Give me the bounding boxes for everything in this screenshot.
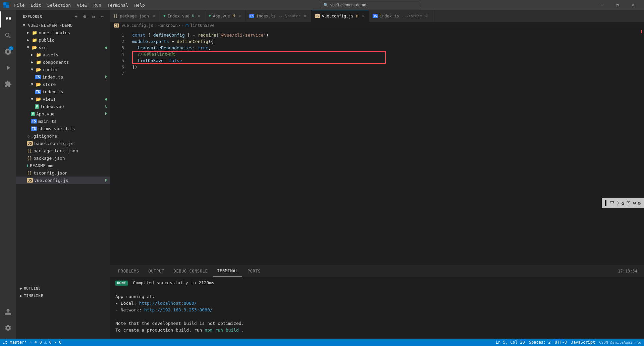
output-tab[interactable]: OUTPUT (145, 265, 168, 277)
svg-rect-0 (3, 2, 6, 5)
breadcrumb-scope[interactable]: <unknown> (158, 23, 180, 28)
store-index-label: index.ts (42, 89, 63, 94)
network-url[interactable]: http://192.168.3.253:8080/ (144, 307, 213, 312)
tab-close-button[interactable]: ✕ (360, 13, 366, 19)
node-modules-label: node_modules (39, 30, 70, 35)
new-file-button[interactable]: + (72, 13, 80, 20)
local-url[interactable]: http://localhost:8080/ (139, 301, 197, 306)
tab-close-button[interactable]: ✕ (151, 13, 156, 19)
git-branch[interactable]: ⎇ master* (3, 340, 27, 345)
indentation[interactable]: Spaces: 2 (529, 340, 551, 345)
code-editor[interactable]: 1 2 3 4 5 6 7 const { defineConfig } = r… (110, 29, 644, 265)
build-hint-pre: To create a production build, run (115, 328, 205, 333)
breadcrumb-symbol[interactable]: lintOnSave (185, 23, 214, 28)
chevron-right-icon: ▶ (27, 38, 29, 42)
sidebar-item-node-modules[interactable]: ▶ 📁 node_modules (16, 29, 110, 36)
close-button[interactable]: ✕ (625, 0, 641, 10)
sidebar-item-shims-vue[interactable]: TS shims-vue.d.ts (16, 125, 110, 132)
code-content[interactable]: const { defineConfig } = require('@vue/c… (127, 29, 639, 265)
search-activity-icon[interactable] (0, 28, 16, 44)
tab-close-button[interactable]: ✕ (237, 13, 242, 19)
sidebar-item-router[interactable]: ▼ 📂 router (16, 66, 110, 73)
npm-run-build: npm run build (205, 328, 239, 333)
panel-content[interactable]: DONE Compiled successfully in 2120ms App… (110, 277, 644, 339)
tab-close-button[interactable]: ✕ (303, 13, 308, 19)
sidebar-item-gitignore[interactable]: ◇ .gitignore (16, 132, 110, 140)
sidebar-item-assets[interactable]: ▶ 📁 assets (16, 51, 110, 58)
collapse-all-button[interactable]: ⋯ (99, 13, 106, 20)
git-activity-icon[interactable]: 1 (0, 44, 16, 60)
sidebar-item-readme[interactable]: ℹ README.md (16, 162, 110, 169)
errors-warnings[interactable]: ⊗ 0 ⚠ 0 (35, 340, 52, 345)
menu-file[interactable]: File (11, 2, 27, 8)
debug-console-tab[interactable]: DEBUG CONSOLE (170, 265, 212, 277)
tab-package-json[interactable]: {} package.json ✕ (110, 10, 160, 22)
folder-icon: 📁 (36, 60, 41, 65)
menu-selection[interactable]: Selection (45, 2, 73, 8)
sidebar-item-babel[interactable]: JS babel.config.js (16, 140, 110, 147)
timeline-header[interactable]: ▶ TIMELINE (16, 292, 110, 299)
tab-close-button[interactable]: ✕ (424, 13, 429, 19)
highlight-box: //关闭eslint校验 lintOnSave: false (132, 51, 639, 64)
tab-index-ts-store[interactable]: TS index.ts ...\store ✕ (369, 10, 433, 22)
activity-bar-bottom (0, 304, 16, 339)
sidebar-item-views[interactable]: ▼ 📂 views ● (16, 95, 110, 103)
tab-app-vue[interactable]: ▼ App.vue M ✕ (205, 10, 246, 22)
sidebar-item-tsconfig[interactable]: {} tsconfig.json (16, 169, 110, 177)
sidebar-item-src[interactable]: ▼ 📂 src ● (16, 44, 110, 51)
maximize-button[interactable]: ❐ (610, 0, 625, 10)
encoding[interactable]: UTF-8 (555, 340, 567, 345)
sidebar-item-vue-config[interactable]: JS vue.config.js M (16, 177, 110, 184)
git-badge: 1 (9, 46, 13, 50)
terminal-tab[interactable]: TERMINAL (213, 265, 242, 277)
notifications[interactable]: ✕ 0 (54, 340, 62, 345)
tab-vue-config[interactable]: JS vue.config.js M ✕ (312, 10, 369, 22)
debug-activity-icon[interactable] (0, 60, 16, 76)
build-hint-post: . (241, 328, 244, 333)
outline-header[interactable]: ▶ OUTLINE (16, 285, 110, 292)
tab-path: ...\store (402, 14, 422, 18)
problems-tab[interactable]: PROBLEMS (114, 265, 143, 277)
sidebar-item-package-json[interactable]: {} package.json (16, 154, 110, 162)
tree-root[interactable]: ▼ VUE3-ELEMENT-DEMO (16, 21, 110, 29)
menu-view[interactable]: View (74, 2, 90, 8)
chevron-down-icon: ▼ (23, 23, 25, 28)
minimize-button[interactable]: ─ (594, 0, 610, 10)
sidebar-item-package-lock[interactable]: {} package-lock.json (16, 147, 110, 154)
extensions-activity-icon[interactable] (0, 76, 16, 92)
index-vue-badge: U (105, 104, 107, 109)
tab-index-vue[interactable]: ▼ Index.vue U ✕ (160, 10, 205, 22)
sidebar-item-app-vue[interactable]: V App.vue M (16, 110, 110, 117)
sidebar: EXPLORER + ⊕ ↻ ⋯ ▼ VUE3-ELEMENT-DEMO ▶ 📁… (16, 10, 110, 339)
sidebar-item-store[interactable]: ▼ 📂 store (16, 81, 110, 88)
tab-index-ts-router[interactable]: TS index.ts ...\router ✕ (246, 10, 312, 22)
code-line-7 (132, 70, 639, 77)
tab-close-button[interactable]: ✕ (196, 13, 202, 19)
ports-tab[interactable]: PORTS (244, 265, 265, 277)
new-folder-button[interactable]: ⊕ (81, 13, 89, 20)
menu-edit[interactable]: Edit (28, 2, 44, 8)
sidebar-item-store-index[interactable]: TS index.ts (16, 88, 110, 95)
sidebar-item-components[interactable]: ▶ 📁 components (16, 58, 110, 66)
done-badge: DONE (115, 281, 128, 286)
sidebar-item-main-ts[interactable]: TS main.ts (16, 117, 110, 125)
menu-run[interactable]: Run (91, 2, 104, 8)
sync-icon[interactable]: ⚡ (30, 340, 32, 345)
sidebar-item-index-vue[interactable]: V Index.vue U (16, 103, 110, 110)
cursor-position[interactable]: Ln 5, Col 20 (496, 340, 525, 345)
account-activity-icon[interactable] (0, 304, 16, 320)
babel-label: babel.config.js (34, 141, 73, 146)
folder-icon: 📂 (32, 45, 37, 50)
sidebar-item-public[interactable]: ▶ 📁 public (16, 36, 110, 44)
breadcrumb-file[interactable]: vue.config.js (122, 23, 153, 28)
title-search[interactable] (321, 2, 421, 8)
language-mode[interactable]: JavaScript (571, 340, 595, 345)
explorer-activity-icon[interactable] (0, 11, 16, 28)
sidebar-item-router-index[interactable]: TS index.ts M (16, 73, 110, 81)
menu-help[interactable]: Help (132, 2, 148, 8)
tray-icon-7[interactable]: ⚙ (638, 200, 641, 206)
sidebar-icons: + ⊕ ↻ ⋯ (72, 13, 106, 20)
refresh-button[interactable]: ↻ (90, 13, 97, 20)
settings-activity-icon[interactable] (0, 320, 16, 336)
menu-terminal[interactable]: Terminal (105, 2, 131, 8)
